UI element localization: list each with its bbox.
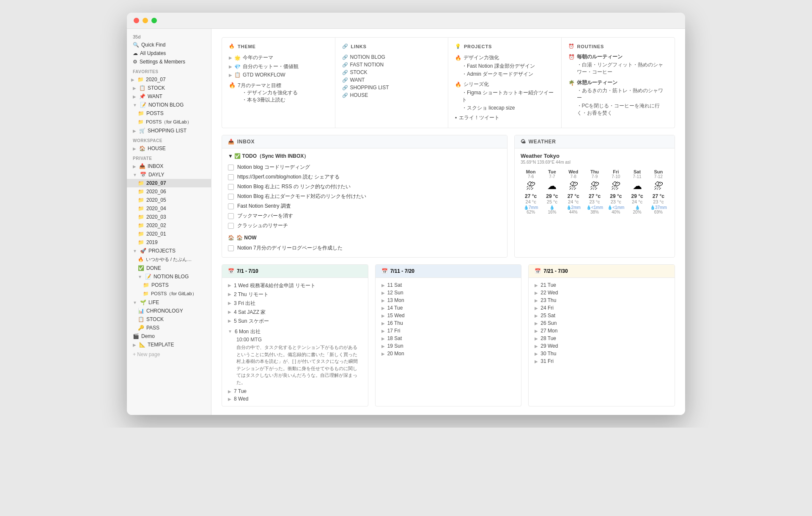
sidebar-item-inbox[interactable]: ▶ 📥 INBOX [127, 162, 211, 170]
project-series[interactable]: 🔥 シリーズ化 [455, 80, 554, 89]
cal-item-30[interactable]: ▶30 Thu [535, 350, 669, 357]
maximize-button[interactable] [151, 18, 157, 23]
sidebar-item-dayly[interactable]: ▼ 📅 DAYLY [127, 170, 211, 179]
cal-item-2[interactable]: ▶ 2 Thu リモート [228, 290, 362, 299]
checkbox-item-7[interactable]: クラッシュのリサーチ [228, 221, 501, 231]
cal-item-1[interactable]: ▶ 1 Wed 税務署&給付金申請 リモート [228, 281, 362, 290]
sidebar-item-life[interactable]: ▼ 🌱 LIFE [127, 298, 211, 307]
checkbox-6[interactable] [228, 213, 234, 219]
checkbox-7[interactable] [228, 223, 234, 229]
sidebar-item-shopping[interactable]: ▶ 🛒 SHOPPING LIST [127, 126, 211, 135]
minimize-button[interactable] [143, 18, 148, 23]
all-updates-button[interactable]: ☁ All Updates [127, 49, 211, 58]
sidebar-item-demo[interactable]: 🎬 Demo [127, 332, 211, 340]
cal-item-3[interactable]: ▶ 3 Fri 出社 [228, 299, 362, 308]
checkbox-4[interactable] [228, 194, 234, 200]
sidebar-item-2020-03[interactable]: 📁 2020_03 [127, 213, 211, 221]
project-design[interactable]: 🔥 デザイン力強化 [455, 53, 554, 62]
cal-item-7[interactable]: ▶ 7 Tue [228, 387, 362, 395]
now-checkbox[interactable] [228, 245, 234, 251]
sidebar-item-2019[interactable]: 📁 2019 [127, 238, 211, 247]
sidebar-item-itsuka[interactable]: 🔥 いつかやる / たぶん… [127, 255, 211, 264]
cal-item-28[interactable]: ▶28 Tue [535, 335, 669, 342]
sidebar-item-posts-priv[interactable]: 📁 POSTS [127, 281, 211, 289]
sidebar-item-want[interactable]: ▶ 📌 WANT [127, 92, 211, 101]
link-house[interactable]: 🔗 HOUSE [342, 91, 442, 99]
sidebar-item-2020-04[interactable]: 📁 2020_04 [127, 204, 211, 213]
checkbox-1[interactable] [228, 165, 234, 170]
cal-item-22[interactable]: ▶22 Wed [535, 289, 669, 296]
project-sub-1: ・Fast Notion 課金部分デザイン [455, 62, 554, 70]
cal-item-17[interactable]: ▶17 Fri [381, 327, 516, 335]
cal-item-26[interactable]: ▶26 Sun [535, 319, 669, 327]
cal-item-24[interactable]: ▶24 Fri [535, 304, 669, 312]
cal-item-25[interactable]: ▶25 Sat [535, 312, 669, 319]
sidebar-item-stock-priv[interactable]: 📋 STOCK [127, 315, 211, 324]
theme-item-1[interactable]: ▶ 🌟 今年のテーマ [229, 53, 328, 62]
link-shopping[interactable]: 🔗 SHOPPING LIST [342, 84, 442, 91]
sidebar-item-2020-06[interactable]: 📁 2020_06 [127, 187, 211, 196]
cal-item-19[interactable]: ▶19 Sun [381, 342, 516, 350]
now-checkbox-item[interactable]: Notion 7月分のデイリーログページを作成した [228, 243, 501, 253]
sidebar-item-posts-fav[interactable]: 📁 POSTS [127, 109, 211, 118]
link-notion-blog[interactable]: 🔗 NOTION BLOG [342, 53, 442, 61]
cal-item-18[interactable]: ▶18 Sat [381, 335, 516, 342]
sidebar-item-house[interactable]: ▶ 🏠 HOUSE [127, 144, 211, 153]
theme-item-3[interactable]: ▶ 📋 GTD WORKFLOW [229, 71, 328, 79]
sidebar-item-chronology[interactable]: 📊 CHRONOLOGY [127, 307, 211, 315]
link-stock[interactable]: 🔗 STOCK [342, 69, 442, 76]
checkbox-5[interactable] [228, 203, 234, 209]
quick-find-button[interactable]: 🔍 Quick Find [127, 41, 211, 49]
link-want[interactable]: 🔗 WANT [342, 76, 442, 84]
sidebar-item-2020-01[interactable]: 📁 2020_01 [127, 230, 211, 238]
link-fast-notion[interactable]: 🔗 FAST NOTION [342, 61, 442, 69]
sidebar-item-notion-blog-fav[interactable]: ▼ 📝 NOTION BLOG [127, 101, 211, 109]
checkbox-item-4[interactable]: Notion Blog 右上にダークモード対応のリンクを付けたい [228, 192, 501, 201]
settings-button[interactable]: ⚙ Settings & Members [127, 58, 211, 66]
cal-item-15[interactable]: ▶15 Wed [381, 312, 516, 319]
weather-day-thu: Thu 7-9 ⛈ 27 °c 23 °c 💧<1mm 38% [584, 168, 605, 216]
sidebar-item-done[interactable]: ✅ DONE [127, 264, 211, 272]
sidebar-item-posts-gitlab-priv[interactable]: 📁 POSTS（for GitLab） [127, 289, 211, 298]
cal-item-5[interactable]: ▶ 5 Sun スケボー [228, 317, 362, 326]
cal-item-6[interactable]: ▼ 6 Mon 出社 [228, 327, 362, 336]
new-page-button[interactable]: + New page [127, 349, 211, 360]
cal-item-31[interactable]: ▶31 Fri [535, 357, 669, 365]
cal-item-4[interactable]: ▶ 4 Sat JAZZ 家 [228, 308, 362, 317]
cal-item-14[interactable]: ▶14 Tue [381, 304, 516, 312]
checkbox-item-3[interactable]: Notion Blog 右上に RSS の リンク的なの付けたい [228, 182, 501, 192]
weather-day-sun: Sun 7-12 ⛈ 27 °c 23 °c 💧37mm 69% [648, 168, 669, 216]
checkbox-2[interactable] [228, 174, 234, 180]
cal-item-27[interactable]: ▶27 Mon [535, 327, 669, 335]
cal-item-11[interactable]: ▶11 Sat [381, 281, 516, 289]
sidebar-item-template[interactable]: ▶ 📐 TEMPLATE [127, 340, 211, 349]
checkbox-item-1[interactable]: Notion blog コードリーディング [228, 162, 501, 172]
cal-item-21[interactable]: ▶21 Tue [535, 281, 669, 289]
sidebar-item-2020-05[interactable]: 📁 2020_05 [127, 196, 211, 204]
sidebar-item-pass[interactable]: 🔑 PASS [127, 324, 211, 332]
sidebar-item-notion-blog-priv[interactable]: ▼ 📝 NOTION BLOG [127, 272, 211, 281]
close-button[interactable] [134, 18, 139, 23]
sidebar-item-stock-fav[interactable]: ▶ 📋 STOCK [127, 84, 211, 92]
checkbox-item-6[interactable]: ブックマークバーを消す [228, 211, 501, 221]
cal-item-13[interactable]: ▶13 Mon [381, 296, 516, 304]
sidebar-item-posts-gitlab-fav[interactable]: 📁 POSTS（for GitLab） [127, 118, 211, 126]
cal-item-20[interactable]: ▶20 Mon [381, 350, 516, 357]
main-content: 🔥 THEME ▶ 🌟 今年のテーマ ▶ 💎 自分のモットー・価値観 [211, 29, 685, 415]
checkbox-item-5[interactable]: Fast Notion Sentry 調査 [228, 201, 501, 211]
cal-item-16[interactable]: ▶16 Thu [381, 319, 516, 327]
weather-section: 🌤 WEATHER Weather Tokyo 35.69°N 139.69°E… [514, 135, 675, 258]
weather-day-mon: Mon 7-6 ⛈ 27 °c 24 °c 💧7mm 62% [521, 168, 541, 216]
sidebar-item-2020-07-private[interactable]: 📁 2020_07 [127, 179, 211, 187]
sidebar-item-projects[interactable]: ▼ 🚀 PROJECTS [127, 247, 211, 255]
cal-item-23[interactable]: ▶23 Thu [535, 296, 669, 304]
cal-item-12[interactable]: ▶12 Sun [381, 289, 516, 296]
theme-item-2[interactable]: ▶ 💎 自分のモットー・価値観 [229, 62, 328, 71]
cal-item-8[interactable]: ▶ 8 Wed [228, 395, 362, 403]
sidebar-item-2020-07[interactable]: ▶ 📁 2020_07 [127, 75, 211, 84]
checkbox-3[interactable] [228, 184, 234, 190]
cal-item-29[interactable]: ▶29 Wed [535, 342, 669, 350]
checkbox-item-2[interactable]: https://3perf.com/blog/notion 読む シェアする [228, 172, 501, 182]
calendar-row: 📅 7/1 - 7/10 ▶ 1 Wed 税務署&給付金申請 リモート ▶ 2 … [222, 264, 675, 406]
sidebar-item-2020-02[interactable]: 📁 2020_02 [127, 221, 211, 230]
